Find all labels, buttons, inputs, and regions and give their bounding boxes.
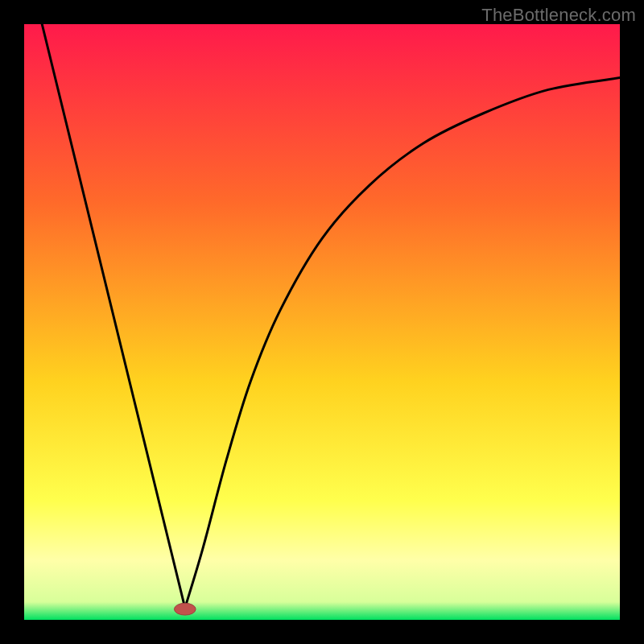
minimum-marker	[174, 603, 196, 615]
chart-frame	[24, 24, 620, 620]
watermark-text: TheBottleneck.com	[481, 5, 636, 26]
gradient-rect	[24, 24, 620, 620]
chart-svg	[24, 24, 620, 620]
